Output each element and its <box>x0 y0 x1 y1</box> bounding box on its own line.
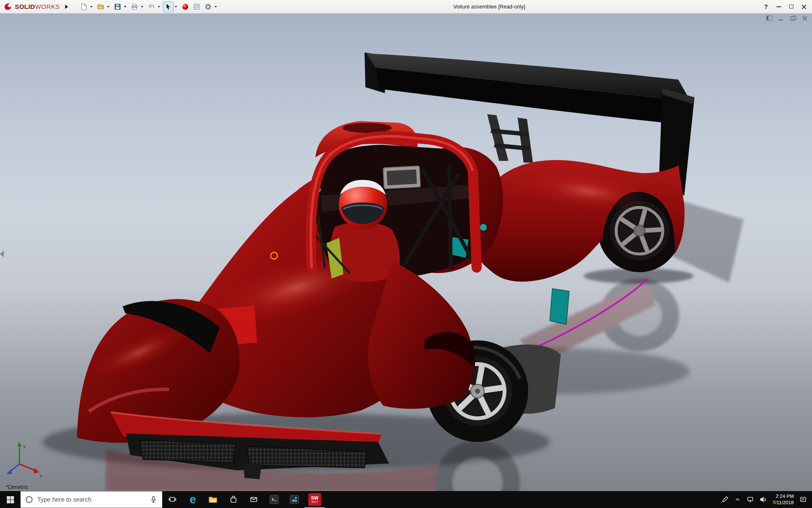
new-document-icon <box>80 3 88 11</box>
open-dropdown-caret[interactable] <box>107 6 110 8</box>
solidworks-app-button[interactable]: SW 2017 <box>304 491 325 508</box>
dark-app-icon-2 <box>289 494 299 505</box>
document-minimize-icon[interactable] <box>778 16 784 21</box>
brand-solid: SOLID <box>15 3 35 10</box>
new-document-dropdown-caret[interactable] <box>90 6 93 8</box>
action-center-button[interactable] <box>799 496 807 503</box>
system-tray: 2:24 PM 7/11/2018 <box>721 491 812 508</box>
taskbar: Type here to search e <box>0 491 812 508</box>
store-bag-icon <box>229 495 238 504</box>
table-grid-icon <box>193 3 200 11</box>
cortana-icon <box>25 495 33 504</box>
task-view-button[interactable] <box>162 491 183 508</box>
window-controls: ? <box>760 0 810 13</box>
open-folder-icon <box>97 3 104 11</box>
open-button[interactable] <box>95 1 106 12</box>
print-button[interactable] <box>129 1 140 12</box>
panel-collapse-arrow-icon[interactable] <box>0 251 4 257</box>
options-button[interactable] <box>203 1 214 12</box>
app-icon-dark-2[interactable] <box>284 491 304 508</box>
graphics-viewport[interactable]: y x *Dimetric <box>0 14 812 491</box>
select-cursor-icon <box>165 3 172 11</box>
triad-x-label: x <box>40 473 42 478</box>
brand-works: WORKS <box>35 3 60 10</box>
task-view-icon <box>168 495 177 504</box>
pen-icon <box>721 496 729 503</box>
solidworks-logo-icon <box>3 2 13 11</box>
clock-date: 7/11/2018 <box>773 500 794 506</box>
red-sphere-icon <box>181 3 189 11</box>
taskbar-clock[interactable]: 2:24 PM 7/11/2018 <box>773 493 794 506</box>
taskbar-search[interactable]: Type here to search <box>20 491 162 508</box>
print-dropdown-caret[interactable] <box>141 6 143 8</box>
microphone-icon[interactable] <box>149 495 158 504</box>
titlebar: SOLIDWORKS <box>0 0 812 14</box>
select-tool-button[interactable] <box>163 1 174 12</box>
orientation-triad-icon: y x <box>6 442 42 478</box>
window-title: Voiture assemblee [Read-only] <box>219 4 760 10</box>
print-icon <box>131 3 138 11</box>
document-restore-icon[interactable] <box>790 16 796 21</box>
store-button[interactable] <box>223 491 244 508</box>
side-duct-teal <box>550 289 569 324</box>
dock-pane-icon[interactable] <box>766 16 772 21</box>
edge-icon: e <box>189 494 196 505</box>
document-close-icon[interactable] <box>802 16 808 21</box>
undo-icon <box>148 3 155 11</box>
menu-expand-arrow-icon[interactable] <box>65 5 68 9</box>
speaker-icon <box>760 496 767 503</box>
appearance-sphere-button[interactable] <box>180 1 191 12</box>
network-button[interactable] <box>746 496 754 503</box>
help-label: ? <box>764 3 768 10</box>
close-button[interactable] <box>798 0 810 13</box>
save-button[interactable] <box>112 1 123 12</box>
design-table-button[interactable] <box>191 1 202 12</box>
titlebar-left: SOLIDWORKS <box>0 1 219 12</box>
hidden-icons-button[interactable] <box>734 496 741 503</box>
minimize-button[interactable] <box>772 0 785 13</box>
dark-app-icon-1 <box>269 494 279 505</box>
select-dropdown-caret[interactable] <box>175 6 177 8</box>
volume-button[interactable] <box>760 496 767 503</box>
chevron-up-icon <box>734 496 741 503</box>
splitter-mesh-left <box>140 440 235 463</box>
action-center-icon <box>799 496 807 503</box>
clock-time: 2:24 PM <box>773 493 794 500</box>
minimize-icon <box>776 6 781 7</box>
mail-button[interactable] <box>244 491 264 508</box>
file-explorer-button[interactable] <box>203 491 223 508</box>
document-window-controls <box>766 16 808 21</box>
triad-y-label: y <box>23 444 26 449</box>
save-dropdown-caret[interactable] <box>124 6 126 8</box>
gear-icon <box>204 3 212 11</box>
start-button[interactable] <box>0 491 20 508</box>
solidworks-app-icon: SW 2017 <box>308 493 321 506</box>
help-button[interactable]: ? <box>760 0 772 13</box>
edge-browser-button[interactable]: e <box>183 491 203 508</box>
car-3d-scene: y x <box>0 14 812 491</box>
windows-logo-icon <box>6 496 14 504</box>
maximize-icon <box>789 5 793 8</box>
new-document-button[interactable] <box>78 1 89 12</box>
rearview-mirror-box <box>383 166 420 189</box>
mail-envelope-icon <box>250 495 258 504</box>
save-icon <box>114 3 121 11</box>
undo-button[interactable] <box>146 1 157 12</box>
solidworks-brand: SOLIDWORKS <box>15 3 60 10</box>
network-icon <box>746 496 754 503</box>
folder-icon <box>208 495 218 504</box>
view-orientation-label: *Dimetric <box>6 484 28 490</box>
pen-tray-button[interactable] <box>721 496 729 503</box>
options-dropdown-caret[interactable] <box>214 6 217 8</box>
toolbar <box>78 1 219 12</box>
close-icon <box>801 4 807 9</box>
app-icon-dark-1[interactable] <box>264 491 284 508</box>
search-placeholder: Type here to search <box>37 496 145 503</box>
maximize-button[interactable] <box>785 0 798 13</box>
undo-dropdown-caret[interactable] <box>158 6 160 8</box>
